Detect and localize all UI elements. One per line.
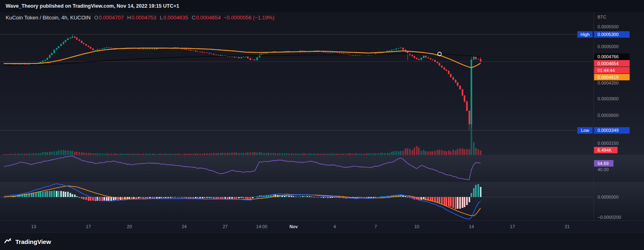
macd-histogram-bar (149, 197, 151, 198)
candle-body (67, 38, 69, 40)
macd-histogram-bar (462, 197, 463, 208)
chart-area[interactable]: BTC0.00055000.00050000.00042000.00039000… (0, 12, 644, 233)
candle-body (469, 111, 470, 124)
time-axis[interactable]: 131720242714:00Nov4710141721 (31, 224, 570, 229)
volume-bar (259, 152, 260, 155)
candle-body (368, 55, 370, 55)
volume-bar (469, 149, 470, 155)
volume-bar (366, 153, 367, 155)
macd-histogram-bar (295, 197, 297, 197)
volume-bar (441, 150, 443, 155)
volume-bar (42, 152, 44, 155)
volume-bar (480, 150, 481, 155)
candle-body (245, 57, 247, 57)
level-lines (0, 34, 593, 197)
macd-histogram-bar (38, 192, 39, 197)
macd-histogram-bar (181, 197, 183, 198)
candle-body (113, 48, 114, 49)
volume-bar (24, 154, 25, 155)
volume-bar (263, 153, 265, 155)
candle-body (44, 60, 46, 61)
volume-bar (423, 150, 424, 155)
candle-body (471, 59, 472, 124)
volume-bar (414, 148, 415, 155)
macd-histogram-bar (288, 196, 290, 197)
candle-body (184, 49, 185, 49)
volume-bar (384, 153, 386, 155)
volume-bar (452, 150, 454, 155)
volume-bar (432, 151, 433, 155)
volume-bar (400, 151, 401, 155)
tradingview-brand[interactable]: TradingView (15, 238, 51, 245)
volume-bar (28, 153, 30, 155)
candle-body (215, 55, 217, 55)
volume-bar (377, 153, 379, 155)
macd-histogram-bar (227, 197, 228, 199)
macd-histogram-bar (49, 191, 51, 197)
macd-histogram-bar (334, 197, 336, 198)
volume-bar (33, 153, 34, 155)
macd-histogram-bar (439, 197, 440, 203)
volume-bar (425, 151, 427, 155)
open-value: 0.0004707 (99, 15, 123, 21)
volume-bar (382, 153, 383, 155)
candle-body (380, 53, 381, 53)
volume-bar (35, 153, 37, 155)
macd-histogram-bar (309, 196, 310, 197)
candle-body (72, 36, 73, 38)
candle-body (414, 56, 415, 58)
candle-body (416, 58, 418, 59)
price-axis[interactable]: BTC0.00055000.00050000.00042000.00039000… (577, 15, 630, 220)
candle-body (418, 59, 420, 60)
macd-histogram-bar (304, 196, 306, 197)
volume-bar (51, 152, 53, 155)
macd-histogram-bar (165, 197, 167, 198)
macd-histogram-bar (473, 188, 475, 197)
volume-bar (395, 151, 397, 155)
macd-histogram-bar (213, 197, 215, 199)
candle-body (76, 38, 78, 40)
volume-bar (234, 153, 235, 155)
volume-bar (268, 153, 269, 155)
time-axis-label: 14 (469, 224, 474, 229)
candle-body (443, 68, 445, 70)
candle-body (197, 51, 198, 52)
macd-histogram-bar (110, 197, 112, 201)
candle-body (393, 49, 395, 50)
macd-histogram-bar (329, 197, 331, 198)
volume-bar (83, 153, 84, 155)
volume-bar (261, 153, 262, 155)
volume-bar (295, 153, 297, 155)
candle-body (154, 49, 155, 49)
chart-canvas[interactable]: BTC0.00055000.00050000.00042000.00039000… (0, 12, 644, 233)
candle-body (231, 57, 233, 57)
candle-body (437, 62, 438, 63)
volume-bar (370, 153, 372, 155)
macd-histogram-bar (357, 197, 358, 197)
macd-histogram-bar (238, 197, 240, 198)
candle-body (334, 52, 336, 53)
volume-bar (375, 153, 376, 155)
candle-body (325, 52, 326, 53)
macd-histogram-bar (464, 197, 465, 207)
macd-histogram-bar (135, 197, 137, 199)
volume-bar (44, 152, 46, 155)
volume-bar (215, 153, 217, 155)
macd-histogram-bar (147, 197, 148, 199)
macd-histogram-bar (179, 197, 180, 197)
fast-ma-price-badge: 0.0004619 (598, 75, 619, 80)
volume-bar (231, 153, 233, 155)
macd-histogram-bar (363, 197, 365, 198)
tradingview-logo[interactable] (4, 237, 12, 246)
candle-body (452, 77, 454, 80)
macd-histogram-bar (405, 196, 406, 197)
candle-body (459, 86, 461, 89)
candle-body (53, 50, 55, 53)
rsi-layer (4, 156, 481, 180)
macd-histogram-bar (452, 197, 454, 208)
volume-bar (249, 153, 251, 155)
time-axis-label: 10 (414, 224, 419, 229)
macd-histogram-bar (172, 197, 173, 197)
volume-bar (70, 151, 71, 155)
candle-body (412, 55, 413, 56)
